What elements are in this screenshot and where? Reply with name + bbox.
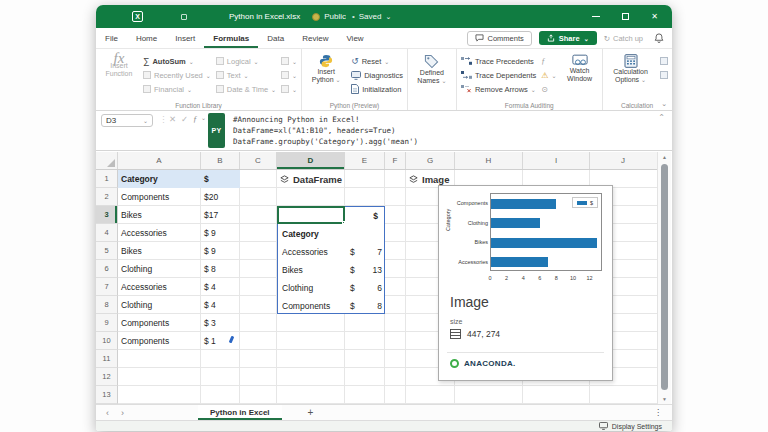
add-sheet-button[interactable]: + [308,407,314,418]
sensitivity-label[interactable]: Public [324,12,346,21]
catch-up-button[interactable]: ↻ Catch up [604,34,643,43]
quick-access-icon[interactable] [181,14,187,20]
column-header-a[interactable]: A [118,152,201,169]
text-button[interactable]: Text ⌄ [216,68,276,82]
tab-data[interactable]: Data [258,28,293,48]
row-header-7[interactable]: 7 [96,278,118,296]
row-header-2[interactable]: 2 [96,188,118,206]
cell-b8[interactable]: $ 4 [201,296,219,314]
image-data-card[interactable]: Category Components Clothing Bikes Acces… [438,185,613,381]
save-status[interactable]: Saved [359,12,382,21]
cell-b3[interactable]: $17 [201,206,221,224]
tab-formulas[interactable]: Formulas [204,28,258,48]
row-header-13[interactable]: 13 [96,386,118,404]
df-row-category[interactable]: Bikes [282,261,303,279]
cell-a6[interactable]: Clothing [118,260,155,278]
show-formulas-button[interactable]: ƒ [541,54,556,68]
cell-a1[interactable]: Category [118,170,161,188]
lookup-reference-button[interactable]: ⌄ [281,54,297,68]
row-header-5[interactable]: 5 [96,242,118,260]
calculation-options-button[interactable]: Calculation Options ⌄ [607,52,655,99]
evaluate-formula-button[interactable]: ⊙ [541,82,556,96]
tab-file[interactable]: File [96,28,127,48]
defined-names-button[interactable]: Defined Names ⌄ [412,52,452,99]
row-header-11[interactable]: 11 [96,350,118,368]
cell-a3[interactable]: Bikes [118,206,145,224]
error-checking-button[interactable]: ⚠⌄ [541,68,556,82]
tab-insert[interactable]: Insert [166,28,204,48]
fill-handle[interactable] [342,221,345,224]
cell-b5[interactable]: $ 9 [201,242,219,260]
scrollbar-thumb[interactable] [661,164,668,390]
df-row-category[interactable]: Clothing [282,279,313,297]
column-header-j[interactable]: J [590,152,656,169]
cell-a7[interactable]: Accessories [118,278,170,296]
calculate-sheet-button[interactable] [660,68,668,82]
cell-b6[interactable]: $ 8 [201,260,219,278]
insert-python-button[interactable]: Insert Python ⌄ [306,52,346,99]
formula-code[interactable]: #Announcing Python in Excel! DataFrame=x… [233,114,418,148]
chevron-down-icon[interactable]: ⌄ [385,13,391,21]
column-header-g[interactable]: G [406,152,455,169]
df-row-category[interactable]: Accessories [282,243,328,261]
column-header-i[interactable]: I [523,152,590,169]
row-header-3[interactable]: 3 [96,206,118,224]
announcements-bell-icon[interactable] [654,33,664,43]
scroll-up-icon[interactable]: ▲ [658,154,671,160]
dataframe-card-label[interactable]: DataFrame [280,170,342,188]
trace-dependents-button[interactable]: Trace Dependents [461,68,536,82]
vertical-scrollbar[interactable]: ▲ ▼ [657,152,671,404]
column-header-e[interactable]: E [345,152,385,169]
enter-check-icon[interactable]: ✓ [181,114,188,124]
remove-arrows-button[interactable]: Remove Arrows ⌄ [461,82,536,96]
maximize-button[interactable] [622,13,629,20]
row-header-8[interactable]: 8 [96,296,118,314]
close-button[interactable]: ✕ [651,12,658,21]
cell-a10[interactable]: Components [118,332,172,350]
selected-cell-d3[interactable] [277,206,345,224]
date-time-button[interactable]: Date & Time ⌄ [216,82,276,96]
tab-view[interactable]: View [337,28,372,48]
cell-b2[interactable]: $20 [201,188,221,206]
df-row-category[interactable]: Components [282,297,330,315]
cell-a8[interactable]: Clothing [118,296,155,314]
sheet-nav-left-icon[interactable]: ‹ [106,408,109,418]
calculate-now-button[interactable] [660,54,668,68]
cell-b10[interactable]: $ 1 [201,332,219,350]
share-button[interactable]: Share ⌄ [539,31,597,45]
sheet-more-icon[interactable]: ⋮ [654,408,662,417]
watch-window-button[interactable]: Watch Window [562,52,598,99]
insert-function-button[interactable]: fx Insert Function [100,52,138,99]
cell-b4[interactable]: $ 9 [201,224,219,242]
row-header-6[interactable]: 6 [96,260,118,278]
df-value-header[interactable]: $ [346,207,386,225]
tab-review[interactable]: Review [293,28,337,48]
cell-a5[interactable]: Bikes [118,242,145,260]
excel-logo-icon[interactable]: X [132,11,143,22]
chevron-down-icon[interactable]: ⌄ [201,114,206,121]
name-box[interactable]: D3 ⌄ [101,114,153,127]
logical-button[interactable]: Logical ⌄ [216,54,276,68]
column-header-b[interactable]: B [201,152,240,169]
financial-button[interactable]: Financial ⌄ [143,82,211,96]
sheet-tab-active[interactable]: Python in Excel [198,405,282,420]
autosum-button[interactable]: ∑ AutoSum ⌄ [143,54,211,68]
cell-a9[interactable]: Components [118,314,172,332]
sheet-nav-right-icon[interactable]: › [121,408,124,418]
scroll-down-icon[interactable]: ▼ [658,396,671,402]
reset-button[interactable]: ↺ Reset ⌄ [351,54,403,68]
cell-b9[interactable]: $ 3 [201,314,219,332]
display-settings-button[interactable]: Display Settings [599,422,662,430]
df-row-value[interactable]: $8 [346,297,386,315]
ribbon-collapse-chevron[interactable]: ⌄ [661,100,667,108]
cell-b1[interactable]: $ [201,170,212,188]
row-header-9[interactable]: 9 [96,314,118,332]
row-header-12[interactable]: 12 [96,368,118,386]
row-header-4[interactable]: 4 [96,224,118,242]
formula-bar-collapse-chevron[interactable]: ⌃ [658,113,665,122]
math-trig-button[interactable]: ⌄ [281,68,297,82]
insert-function-icon[interactable]: ƒ [193,114,197,124]
column-header-h[interactable]: H [455,152,523,169]
comments-button[interactable]: Comments [467,31,532,46]
cell-b7[interactable]: $ 4 [201,278,219,296]
